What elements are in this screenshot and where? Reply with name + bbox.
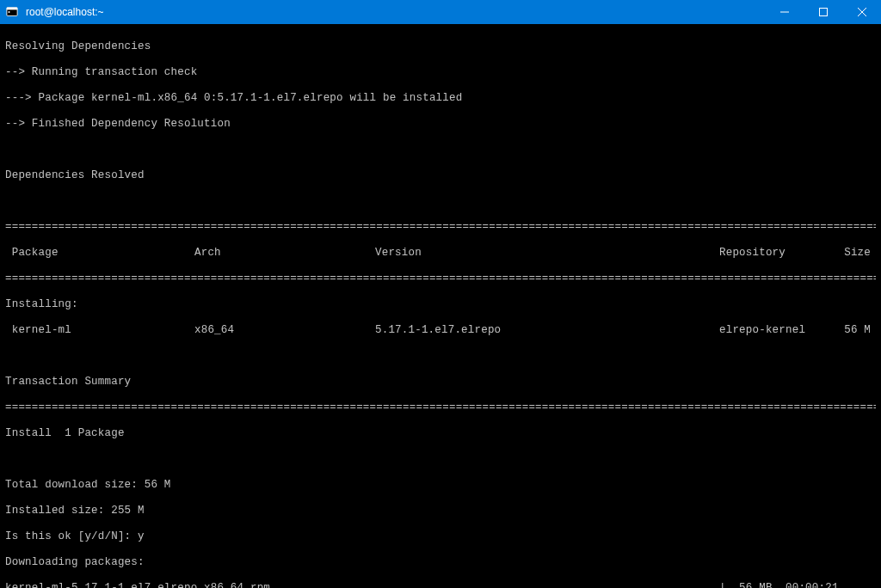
output-line: ---> Package kernel-ml.x86_64 0:5.17.1-1…	[5, 92, 876, 105]
col-package: Package	[5, 247, 194, 260]
download-progress-line: kernel-ml-5.17.1-1.el7.elrepo.x86_64.rpm…	[5, 582, 876, 588]
window-titlebar: root@localhost:~	[0, 0, 881, 24]
svg-rect-4	[819, 9, 827, 16]
cell-version: 5.17.1-1.el7.elrepo	[375, 324, 719, 337]
col-size: Size	[822, 247, 871, 260]
output-line: Install 1 Package	[5, 427, 876, 440]
output-line: Dependencies Resolved	[5, 169, 876, 182]
col-version: Version	[375, 247, 719, 260]
output-line: Total download size: 56 M	[5, 479, 876, 492]
svg-rect-2	[9, 11, 10, 13]
col-arch: Arch	[194, 247, 375, 260]
cell-package: kernel-ml	[5, 324, 194, 337]
minimize-button[interactable]	[765, 0, 804, 24]
cell-size: 56 M	[822, 324, 871, 337]
output-line	[5, 195, 876, 208]
separator-line: ========================================…	[5, 401, 876, 414]
separator-line: ========================================…	[5, 221, 876, 234]
terminal-body[interactable]: Resolving Dependencies --> Running trans…	[0, 24, 881, 588]
close-button[interactable]	[842, 0, 881, 24]
output-line	[5, 144, 876, 156]
col-repository: Repository	[719, 247, 822, 260]
output-line: Installing:	[5, 298, 876, 311]
output-line: --> Running transaction check	[5, 66, 876, 79]
table-row: kernel-ml x86_64 5.17.1-1.el7.elrepo elr…	[5, 324, 876, 337]
output-line: Resolving Dependencies	[5, 40, 876, 53]
output-line: Installed size: 255 M	[5, 505, 876, 518]
window-title: root@localhost:~	[24, 6, 765, 18]
maximize-button[interactable]	[804, 0, 842, 24]
table-header-row: Package Arch Version Repository Size	[5, 247, 876, 260]
svg-rect-1	[7, 8, 17, 10]
cell-repository: elrepo-kernel	[719, 324, 822, 337]
output-line: Downloading packages:	[5, 556, 876, 569]
separator-line: ========================================…	[5, 273, 876, 285]
output-line	[5, 453, 876, 466]
cell-arch: x86_64	[194, 324, 375, 337]
output-line: Transaction Summary	[5, 376, 876, 389]
download-file: kernel-ml-5.17.1-1.el7.elrepo.x86_64.rpm	[5, 582, 719, 588]
output-line	[5, 350, 876, 363]
output-line: --> Finished Dependency Resolution	[5, 118, 876, 131]
app-icon	[0, 6, 24, 18]
download-status: | 56 MB 00:00:21	[719, 582, 839, 588]
output-line: Is this ok [y/d/N]: y	[5, 530, 876, 543]
